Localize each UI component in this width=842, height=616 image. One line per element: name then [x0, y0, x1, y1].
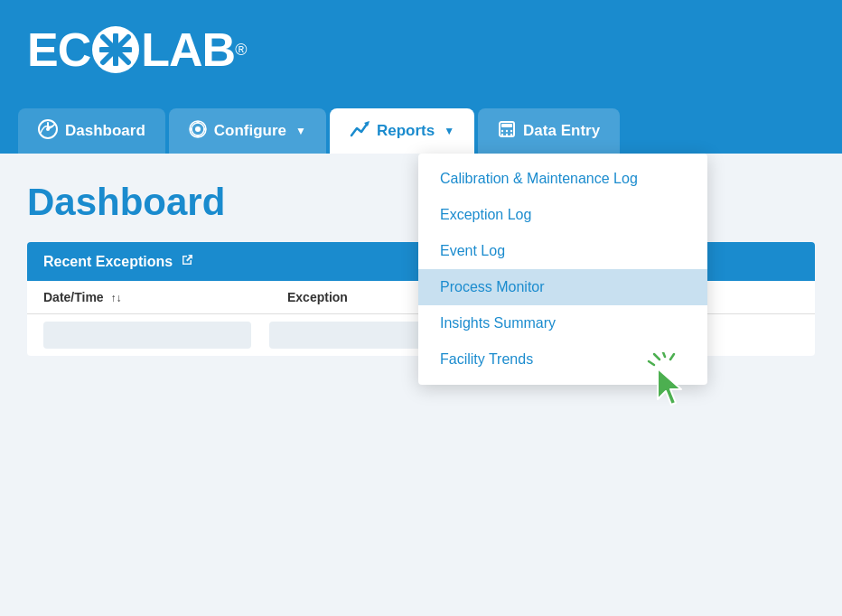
svg-point-11	[510, 129, 512, 131]
tab-configure[interactable]: Configure ▼	[169, 108, 326, 154]
col-datetime[interactable]: Date/Time ↑↓	[43, 290, 269, 304]
logo: EC LAB ®	[27, 23, 246, 77]
svg-point-10	[506, 129, 508, 131]
external-link-icon[interactable]	[180, 253, 194, 270]
gear-icon	[189, 120, 207, 143]
calculator-icon	[498, 120, 516, 143]
tab-reports[interactable]: Reports ▼	[330, 108, 474, 154]
reports-chevron-icon: ▼	[444, 125, 454, 137]
sort-icon: ↑↓	[111, 292, 122, 304]
reports-dropdown: Calibration & Maintenance Log Exception …	[418, 154, 707, 385]
tab-data-entry-label: Data Entry	[523, 122, 600, 140]
dropdown-item-event-log[interactable]: Event Log	[418, 233, 707, 269]
svg-point-14	[510, 133, 512, 135]
tab-data-entry[interactable]: Data Entry	[478, 108, 620, 154]
logo-text-ec: EC	[27, 23, 90, 77]
panel-title: Recent Exceptions	[43, 254, 173, 270]
svg-point-5	[46, 127, 50, 131]
svg-rect-8	[501, 124, 512, 127]
dropdown-item-facility-trends[interactable]: Facility Trends	[418, 341, 707, 378]
configure-chevron-icon: ▼	[295, 125, 306, 137]
tab-configure-label: Configure	[214, 122, 286, 140]
header: EC LAB ®	[0, 0, 842, 99]
logo-star-icon	[92, 26, 139, 73]
svg-point-9	[501, 129, 503, 131]
tab-dashboard[interactable]: Dashboard	[18, 108, 165, 154]
dashboard-icon	[38, 119, 58, 144]
dropdown-item-process-monitor[interactable]: Process Monitor	[418, 269, 707, 305]
svg-point-13	[506, 133, 508, 135]
dropdown-item-calibration[interactable]: Calibration & Maintenance Log	[418, 161, 707, 197]
dropdown-item-exception-log[interactable]: Exception Log	[418, 197, 707, 233]
tab-reports-label: Reports	[377, 122, 435, 140]
svg-point-12	[501, 133, 503, 135]
cell-datetime-1	[43, 322, 251, 349]
dropdown-item-insights[interactable]: Insights Summary	[418, 305, 707, 341]
chart-icon	[350, 119, 370, 144]
nav-bar: Dashboard Configure ▼ Reports ▼	[0, 99, 842, 154]
tab-dashboard-label: Dashboard	[65, 122, 145, 140]
logo-registered: ®	[235, 41, 246, 60]
logo-text-lab: LAB	[141, 23, 235, 77]
